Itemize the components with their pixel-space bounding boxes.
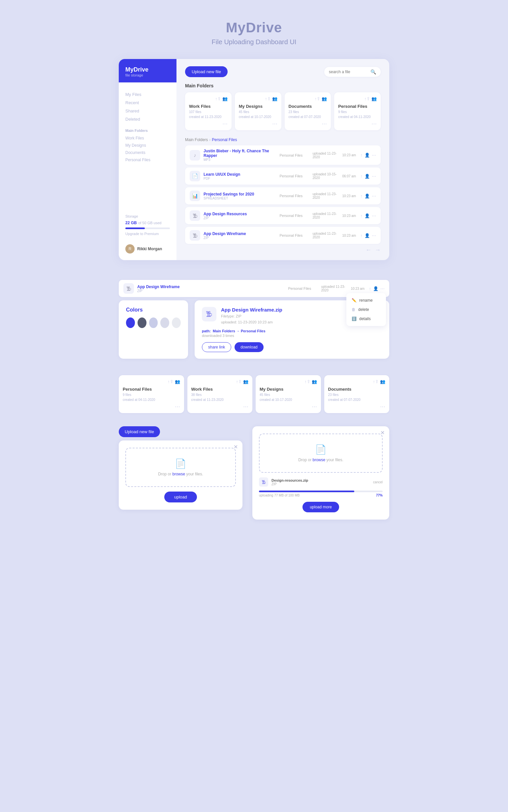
dashboard-card: MyDrive file storage My Files Recent Sha… xyxy=(119,59,389,260)
three-dot-icon[interactable]: ⋯ xyxy=(222,121,227,127)
share-file-icon[interactable]: ↑ xyxy=(361,213,363,218)
file-actions: ↑ 👤 ⋯ xyxy=(361,233,376,238)
sidebar-logo-title: MyDrive xyxy=(125,66,170,73)
folder-card-top: ↑⇧ 👥 xyxy=(338,96,377,101)
file-name[interactable]: Justin Bieber - Holy ft. Chance The Rapp… xyxy=(204,149,280,158)
upload-file-icon: 📄 xyxy=(266,444,375,455)
folder-card-designs[interactable]: ↑⇧ 👥 My Designs 45 files created at 10-1… xyxy=(256,375,321,413)
folder-name: My Designs xyxy=(260,387,317,392)
prev-page-button[interactable]: ← xyxy=(366,247,372,253)
three-dot-icon[interactable]: ⋯ xyxy=(272,121,278,127)
users-file-icon[interactable]: 👤 xyxy=(365,213,370,218)
drop-zone[interactable]: 📄 Drop or browse your files. xyxy=(125,448,236,487)
sidebar-folder-mydesigns[interactable]: My Designs xyxy=(125,142,170,149)
share-file-icon[interactable]: ↑ xyxy=(361,153,363,157)
upgrade-link[interactable]: Upgrade to Premium xyxy=(125,232,159,236)
cancel-upload-button[interactable]: cancel xyxy=(373,480,383,484)
folder-card-documents[interactable]: ↑⇧ 👥 Documents 23 files created at 07-07… xyxy=(285,92,331,130)
sidebar-item-deleted[interactable]: Deleted xyxy=(125,115,170,123)
close-icon[interactable]: ✕ xyxy=(234,444,238,450)
folder-card-docs[interactable]: ↑⇧ 👥 Documents 23 files created at 07-07… xyxy=(324,375,390,413)
file-location: Personal Files xyxy=(280,194,313,198)
sidebar-item-recent[interactable]: Recent xyxy=(125,99,170,107)
folder-card-personalfiles[interactable]: ↑⇧ 👥 Personal Files 9 files created at 0… xyxy=(334,92,381,130)
browse-link[interactable]: browse xyxy=(172,472,185,476)
table-row: 🗜 App Design Wireframe ZIP Personal File… xyxy=(185,227,381,244)
file-name[interactable]: App Design Wireframe xyxy=(137,285,288,289)
users-file-icon[interactable]: 👤 xyxy=(365,153,370,157)
sidebar-folder-documents[interactable]: Documents xyxy=(125,149,170,156)
folder-card-personal[interactable]: ↑⇧ 👥 Personal Files 9 files created at 0… xyxy=(119,375,184,413)
share-file-icon[interactable]: ↑ xyxy=(369,286,372,291)
share-file-icon[interactable]: ↑ xyxy=(361,194,363,198)
file-actions: ↑ 👤 ⋯ xyxy=(369,286,385,291)
upload-new-file-button[interactable]: Upload new file xyxy=(185,66,227,77)
progress-file-icon: 🗜 xyxy=(259,477,268,487)
browse-link[interactable]: browse xyxy=(312,458,325,462)
file-name[interactable]: App Design Wireframe xyxy=(204,231,280,236)
sidebar-item-myfiles[interactable]: My Files xyxy=(125,90,170,99)
file-time: 06:07 am xyxy=(342,175,361,178)
context-menu-details[interactable]: ℹ️ details xyxy=(346,314,386,323)
more-options-icon[interactable]: ⋯ xyxy=(380,286,385,291)
users-file-icon[interactable]: 👤 xyxy=(365,233,370,238)
file-info: Learn UI/UX Design PDF xyxy=(204,172,280,180)
users-file-icon[interactable]: 👤 xyxy=(373,286,378,291)
context-menu-delete[interactable]: 🗑 delete xyxy=(346,305,386,314)
sidebar-folder-personalfiles[interactable]: Personal Files xyxy=(125,156,170,163)
upload-trigger-button[interactable]: Upload new file xyxy=(119,426,160,437)
file-actions: ↑ 👤 ⋯ xyxy=(361,153,376,157)
more-options-icon[interactable]: ⋯ xyxy=(372,194,376,198)
drop-zone-progress[interactable]: 📄 Drop or browse your files. xyxy=(259,434,383,473)
top-bar: Upload new file 🔍 xyxy=(185,66,381,77)
three-dot-icon[interactable]: ⋯ xyxy=(322,121,327,127)
file-date: uploaded 11-23-2020 xyxy=(313,192,342,199)
sidebar-folder-workfiles[interactable]: Work Files xyxy=(125,135,170,142)
three-dot-icon[interactable]: ⋯ xyxy=(372,121,377,127)
file-name[interactable]: Projected Savings for 2020 xyxy=(204,192,280,196)
share-link-button[interactable]: share link xyxy=(202,342,231,352)
three-dot-icon[interactable]: ⋯ xyxy=(243,403,248,410)
folder-card-workfiles[interactable]: ↑⇧ 👥 Work Files 107 files created at 11-… xyxy=(185,92,231,130)
section4-upload: Upload new file ✕ 📄 Drop or browse your … xyxy=(119,426,389,520)
colors-title: Colors xyxy=(126,307,181,313)
download-button[interactable]: download xyxy=(235,342,263,352)
progress-bar-fill xyxy=(259,490,354,492)
file-list: ♪ Justin Bieber - Holy ft. Chance The Ra… xyxy=(185,145,381,244)
folder-name: My Designs xyxy=(239,104,278,109)
more-options-icon[interactable]: ⋯ xyxy=(372,233,376,238)
upload-submit-button[interactable]: upload xyxy=(164,491,197,503)
three-dot-icon[interactable]: ⋯ xyxy=(380,403,385,410)
path-child: Personal Files xyxy=(241,329,265,333)
section2: 🗜 App Design Wireframe ZIP Personal File… xyxy=(119,280,389,359)
users-file-icon[interactable]: 👤 xyxy=(365,174,370,179)
context-menu: ✏️ rename 🗑 delete ℹ️ details xyxy=(346,293,386,326)
file-info: Justin Bieber - Holy ft. Chance The Rapp… xyxy=(204,149,280,161)
file-name[interactable]: Learn UI/UX Design xyxy=(204,172,280,177)
sidebar-item-shared[interactable]: Shared xyxy=(125,107,170,115)
more-options-icon[interactable]: ⋯ xyxy=(372,213,376,218)
swatch-gray xyxy=(137,318,146,328)
folder-card-mydesigns[interactable]: ↑⇧ 👥 My Designs 45 files created at 10-1… xyxy=(235,92,281,130)
detail-path: path: Main Folders → Personal Files xyxy=(202,329,382,333)
share-icon: ↑⇧ xyxy=(236,379,242,384)
swatch-light-blue xyxy=(149,318,158,328)
zip-icon: 🗜 xyxy=(193,233,198,238)
users-icon: 👥 xyxy=(322,96,327,101)
upload-more-button[interactable]: upload more xyxy=(302,502,339,512)
next-page-button[interactable]: → xyxy=(375,247,381,253)
more-options-icon[interactable]: ⋯ xyxy=(372,174,376,179)
context-menu-rename[interactable]: ✏️ rename xyxy=(346,296,386,305)
share-file-icon[interactable]: ↑ xyxy=(361,174,363,179)
close-icon[interactable]: ✕ xyxy=(380,430,385,436)
search-input[interactable] xyxy=(329,69,369,74)
file-name[interactable]: App Design Resources xyxy=(204,212,280,216)
share-file-icon[interactable]: ↑ xyxy=(361,233,363,238)
file-icon-wrap: 📊 xyxy=(190,191,200,201)
three-dot-icon[interactable]: ⋯ xyxy=(175,403,180,410)
folder-card-work[interactable]: ↑⇧ 👥 Work Files 38 files created at 11-2… xyxy=(187,375,253,413)
file-location: Personal Files xyxy=(280,174,313,178)
more-options-icon[interactable]: ⋯ xyxy=(372,153,376,157)
three-dot-icon[interactable]: ⋯ xyxy=(312,403,317,410)
users-file-icon[interactable]: 👤 xyxy=(365,194,370,198)
